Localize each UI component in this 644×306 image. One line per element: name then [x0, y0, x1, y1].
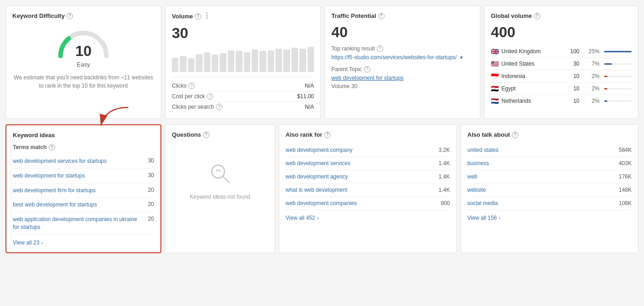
also-talk-row: website 148K — [468, 184, 632, 197]
cpc-help-icon[interactable]: ? — [207, 93, 213, 100]
global-countries-list: 🇬🇧 United Kingdom 100 25% 🇺🇸 United Stat… — [491, 45, 632, 107]
questions-empty-state: Keyword ideas not found — [172, 144, 268, 218]
keyword-idea-row: web development firm for startups 20 — [13, 184, 154, 198]
questions-section-title: Questions ? — [172, 131, 268, 138]
keyword-idea-row: web development for startups 30 — [13, 169, 154, 184]
clicks-value: N/A — [305, 83, 314, 89]
also-rank-volume: 3.2K — [439, 147, 450, 153]
keyword-idea-link[interactable]: best web development for startups — [13, 201, 144, 209]
view-all-also-talk[interactable]: View all 156 › — [468, 215, 632, 221]
search-empty-icon — [209, 162, 231, 189]
top-ranking-help-icon[interactable]: ? — [377, 45, 383, 52]
global-country-row: 🇺🇸 United States 30 7% — [491, 58, 632, 70]
also-rank-link[interactable]: what is web development — [286, 187, 439, 193]
also-talk-link[interactable]: united states — [468, 147, 619, 153]
terms-match-title: Terms match ? — [13, 144, 154, 150]
country-bar-wrap — [604, 88, 632, 89]
cpc-value: $11.00 — [297, 93, 314, 100]
volume-card-title: Volume ? ⋮ — [172, 12, 314, 20]
top-ranking-url[interactable]: https://f5-studio.com/services/websites-… — [331, 54, 464, 61]
keyword-idea-link[interactable]: web application development companies in… — [13, 216, 144, 231]
kd-description: We estimate that you'll need backlinks f… — [12, 73, 154, 90]
view-all-keywords[interactable]: View all 23 › — [13, 239, 154, 246]
kd-gauge-container: 10 Easy We estimate that you'll need bac… — [12, 24, 154, 95]
parent-topic-link[interactable]: web development for startups — [331, 75, 403, 81]
volume-stats: Clicks ? N/A Cost per click ? $11.00 Cli… — [172, 77, 314, 112]
global-card-title: Global volume ? — [491, 12, 632, 19]
also-rank-link[interactable]: web development agency — [286, 173, 439, 180]
also-talk-link[interactable]: business — [468, 160, 619, 167]
also-rank-link[interactable]: web development services — [286, 160, 439, 167]
volume-number: 30 — [172, 25, 314, 42]
red-arrow-indicator — [96, 105, 133, 129]
keyword-ideas-section-title: Keyword ideas — [13, 132, 154, 139]
country-flag: 🇺🇸 — [491, 60, 499, 67]
country-name: Netherlands — [501, 98, 571, 104]
volume-more-icon[interactable]: ⋮ — [203, 11, 210, 20]
also-rank-help-icon[interactable]: ? — [324, 132, 330, 138]
traffic-card-title: Traffic Potential ? — [331, 12, 473, 19]
global-help-icon[interactable]: ? — [534, 13, 540, 19]
volume-help-icon[interactable]: ? — [195, 13, 201, 20]
also-talk-volume: 584K — [619, 147, 632, 153]
volume-bar — [299, 49, 306, 72]
kd-title-text: Keyword Difficulty — [12, 12, 65, 19]
also-talk-link[interactable]: web — [468, 173, 619, 180]
volume-bar — [204, 52, 210, 72]
also-talk-volume: 148K — [619, 187, 632, 193]
also-talk-section-title: Also talk about ? — [468, 131, 632, 138]
volume-bar — [212, 55, 218, 72]
country-bar-wrap — [604, 63, 632, 65]
terms-match-help-icon[interactable]: ? — [49, 144, 55, 150]
keyword-idea-link[interactable]: web development firm for startups — [13, 187, 144, 195]
volume-title-text: Volume — [172, 13, 193, 20]
country-bar-wrap — [604, 51, 632, 52]
cps-label: Clicks per search ? — [172, 104, 222, 110]
also-talk-link[interactable]: website — [468, 187, 619, 193]
keyword-idea-link[interactable]: web development services for startups — [13, 157, 144, 165]
keyword-idea-row: best web development for startups 20 — [13, 198, 154, 212]
keyword-difficulty-card: Keyword Difficulty ? 10 Easy We esti — [6, 6, 161, 119]
top-ranking-url-container: https://f5-studio.com/services/websites-… — [331, 54, 473, 61]
parent-topic-help-icon[interactable]: ? — [364, 66, 370, 72]
traffic-potential-card: Traffic Potential ? 40 Top ranking resul… — [325, 6, 480, 119]
page-wrapper: Keyword Difficulty ? 10 Easy We esti — [0, 0, 644, 306]
volume-chart — [172, 45, 314, 72]
volume-bar — [236, 51, 242, 72]
also-rank-list: web development company 3.2K web develop… — [286, 144, 450, 210]
volume-bar — [220, 53, 226, 72]
questions-help-icon[interactable]: ? — [203, 132, 209, 138]
kd-help-icon[interactable]: ? — [66, 13, 73, 19]
traffic-help-icon[interactable]: ? — [378, 13, 385, 19]
keyword-idea-link[interactable]: web development for startups — [13, 172, 144, 180]
also-rank-link[interactable]: web development company — [286, 147, 439, 153]
keyword-idea-volume: 20 — [148, 216, 154, 222]
volume-bar — [283, 50, 290, 72]
volume-bar — [228, 50, 234, 72]
volume-bar — [180, 56, 186, 72]
also-talk-link[interactable]: social media — [468, 200, 619, 206]
country-name: Egypt — [501, 85, 571, 92]
parent-topic-container: Parent Topic ? web development for start… — [331, 66, 473, 89]
also-rank-row: web development companies 900 — [286, 197, 450, 210]
clicks-row: Clicks ? N/A — [172, 81, 314, 91]
also-rank-link[interactable]: web development companies — [286, 200, 440, 206]
keyword-idea-volume: 30 — [148, 172, 154, 178]
also-talk-card: Also talk about ? united states 584K bus… — [461, 124, 639, 253]
also-rank-volume: 1.4K — [439, 160, 450, 167]
view-all-also-rank[interactable]: View all 452 › — [286, 215, 450, 221]
also-rank-view-all-chevron: › — [317, 215, 319, 221]
country-percent: 2% — [586, 85, 600, 92]
keyword-idea-volume: 20 — [148, 201, 154, 207]
also-rank-section-title: Also rank for ? — [286, 131, 450, 138]
cps-help-icon[interactable]: ? — [216, 104, 222, 110]
traffic-number: 40 — [331, 24, 473, 41]
view-all-chevron: › — [41, 240, 43, 245]
keyword-idea-row: web development services for startups 30 — [13, 154, 154, 169]
clicks-help-icon[interactable]: ? — [188, 83, 195, 89]
volume-bar — [259, 51, 266, 72]
also-rank-volume: 1.4K — [439, 173, 450, 180]
also-talk-help-icon[interactable]: ? — [512, 132, 518, 138]
global-volume-card: Global volume ? 400 🇬🇧 United Kingdom 10… — [484, 6, 638, 119]
also-rank-card: Also rank for ? web development company … — [279, 124, 457, 253]
